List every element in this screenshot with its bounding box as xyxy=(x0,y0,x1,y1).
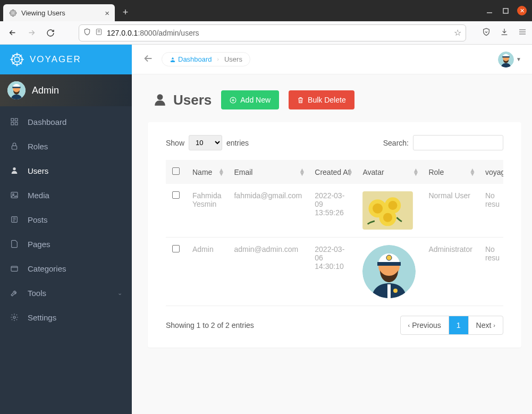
menu-icon[interactable] xyxy=(518,28,527,38)
dashboard-icon xyxy=(10,117,19,126)
cell-created: 2022-03-0913:59:26 xyxy=(308,184,356,238)
page-info-icon xyxy=(95,28,103,37)
sidebar-item-label: Pages xyxy=(28,240,50,249)
column-header[interactable]: Avatar▲▼ xyxy=(356,160,422,184)
cell-email: admin@admin.com xyxy=(227,238,308,306)
svg-rect-9 xyxy=(11,119,14,121)
downloads-icon[interactable] xyxy=(500,28,509,38)
sort-icon: ▲▼ xyxy=(347,168,353,176)
helm-icon xyxy=(10,52,24,67)
sidebar-item-posts[interactable]: Posts xyxy=(0,207,132,232)
svg-rect-2 xyxy=(503,9,508,13)
topbar-back-icon[interactable] xyxy=(142,53,154,66)
sidebar-item-categories[interactable]: Categories xyxy=(0,256,132,281)
column-header[interactable]: Email▲▼ xyxy=(227,160,308,184)
helm-icon xyxy=(9,9,17,17)
back-button[interactable] xyxy=(5,26,19,40)
folder-icon xyxy=(10,264,19,273)
brand-bar[interactable]: VOYAGER xyxy=(0,45,132,74)
prev-button[interactable]: ‹Previous xyxy=(401,316,449,334)
svg-rect-36 xyxy=(387,284,391,298)
tab-close-icon[interactable]: × xyxy=(105,9,109,18)
sidebar-item-pages[interactable]: Pages xyxy=(0,232,132,256)
cell-name: Fahmida Yesmin xyxy=(186,184,227,238)
sidebar-item-label: Users xyxy=(28,166,48,175)
sidebar-item-tools[interactable]: Tools⌄ xyxy=(0,281,132,305)
user-menu[interactable]: ▼ xyxy=(498,52,521,67)
sidebar-item-settings[interactable]: Settings xyxy=(0,305,132,329)
row-checkbox[interactable] xyxy=(172,191,180,199)
cell-role: Normal User xyxy=(422,184,478,238)
svg-point-35 xyxy=(386,255,392,260)
table-row: Fahmida Yesminfahmida@gmail.com2022-03-0… xyxy=(166,184,503,238)
image-icon xyxy=(10,190,19,200)
profile-name: Admin xyxy=(32,85,59,96)
next-button[interactable]: Next› xyxy=(468,316,503,334)
svg-point-19 xyxy=(13,316,15,318)
trash-icon xyxy=(297,96,304,104)
entries-selector: Show 10 entries xyxy=(166,135,249,150)
column-header[interactable] xyxy=(166,160,186,184)
maximize-icon[interactable] xyxy=(501,6,510,15)
sidebar-item-users[interactable]: Users xyxy=(0,158,132,183)
cell-email: fahmida@gmail.com xyxy=(227,184,308,238)
search-input[interactable] xyxy=(413,135,503,150)
svg-rect-34 xyxy=(377,262,401,266)
svg-rect-8 xyxy=(12,87,20,88)
table-info: Showing 1 to 2 of 2 entries xyxy=(166,321,254,329)
gear-icon xyxy=(10,312,19,322)
svg-point-27 xyxy=(373,204,383,214)
person-icon xyxy=(10,166,19,175)
sidebar-item-label: Categories xyxy=(28,264,66,273)
breadcrumb: Dashboard › Users xyxy=(162,52,250,66)
profile-block[interactable]: Admin xyxy=(0,74,132,106)
page-1-button[interactable]: 1 xyxy=(449,316,468,334)
close-window-icon[interactable]: ✕ xyxy=(517,6,527,15)
search-label: Search: xyxy=(383,139,409,147)
cell-extra: No resu xyxy=(479,238,503,306)
minimize-icon[interactable] xyxy=(485,6,494,15)
tab-title: Viewing Users xyxy=(21,9,100,17)
row-checkbox[interactable] xyxy=(172,245,180,252)
add-new-button[interactable]: Add New xyxy=(221,90,279,109)
cell-role: Administrator xyxy=(422,238,478,306)
select-all-checkbox[interactable] xyxy=(172,167,180,175)
svg-rect-10 xyxy=(15,119,18,121)
url-bar[interactable]: 127.0.0.1:8000/admin/users ☆ xyxy=(79,24,466,41)
page-size-select[interactable]: 10 xyxy=(189,135,222,150)
sidebar-item-dashboard[interactable]: Dashboard xyxy=(0,109,132,134)
column-header[interactable]: voyag▲▼ xyxy=(479,160,503,184)
forward-button[interactable] xyxy=(24,26,38,40)
chevron-down-icon: ⌄ xyxy=(117,290,122,297)
nav-list: DashboardRolesUsersMediaPostsPagesCatego… xyxy=(0,106,132,333)
column-header[interactable]: Name▲▼ xyxy=(186,160,227,184)
reload-button[interactable] xyxy=(44,26,57,40)
sort-icon: ▲▼ xyxy=(218,168,225,176)
browser-tab[interactable]: Viewing Users × xyxy=(3,4,115,21)
column-header[interactable]: Created At▲▼ xyxy=(308,160,356,184)
page-title: Users xyxy=(153,92,212,108)
avatar-icon xyxy=(7,81,26,99)
shield-icon xyxy=(83,28,91,37)
sidebar-item-label: Settings xyxy=(28,313,56,322)
new-tab-button[interactable]: + xyxy=(119,7,132,18)
bulk-delete-button[interactable]: Bulk Delete xyxy=(289,90,354,109)
chevron-right-icon: › xyxy=(493,322,495,328)
svg-rect-15 xyxy=(11,192,18,198)
sidebar-item-label: Dashboard xyxy=(28,117,66,126)
breadcrumb-dashboard[interactable]: Dashboard xyxy=(170,55,212,63)
sidebar-item-media[interactable]: Media xyxy=(0,183,132,207)
url-text: 127.0.0.1:8000/admin/users xyxy=(107,29,450,37)
pocket-icon[interactable] xyxy=(482,28,491,38)
sidebar-item-label: Media xyxy=(28,191,49,200)
sidebar-item-roles[interactable]: Roles xyxy=(0,134,132,158)
cell-avatar xyxy=(356,184,422,238)
svg-rect-22 xyxy=(502,56,510,57)
breadcrumb-current: Users xyxy=(224,55,242,63)
plus-circle-icon xyxy=(230,97,237,104)
column-header[interactable]: Role▲▼ xyxy=(422,160,478,184)
bookmark-icon[interactable]: ☆ xyxy=(454,28,461,38)
svg-point-4 xyxy=(14,57,19,62)
browser-toolbar: 127.0.0.1:8000/admin/users ☆ xyxy=(0,21,532,45)
svg-rect-11 xyxy=(11,122,14,125)
